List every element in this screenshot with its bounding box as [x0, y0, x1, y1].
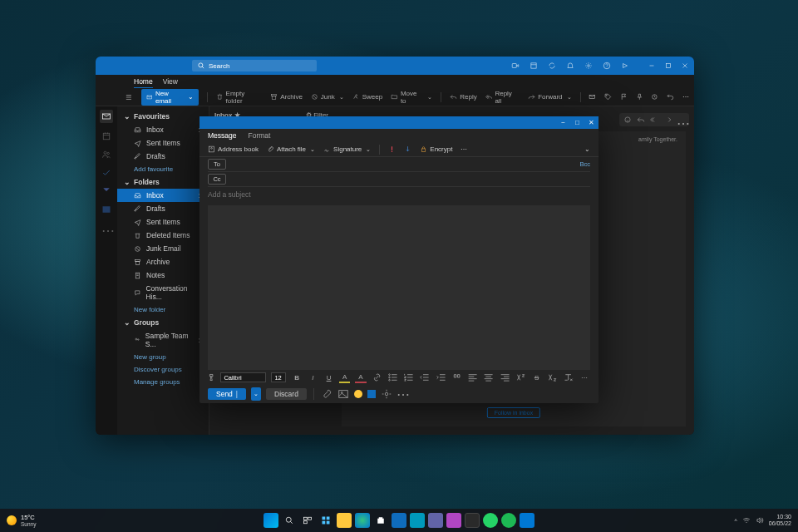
pin-icon[interactable] [636, 93, 643, 101]
move-to-button[interactable]: Move to [391, 90, 432, 105]
undo-icon[interactable] [667, 93, 674, 101]
highlight-button[interactable]: A [339, 372, 350, 383]
to-button[interactable]: To [208, 159, 226, 170]
smiley-icon[interactable] [623, 116, 632, 124]
reply-all-button[interactable]: Reply all [485, 90, 520, 105]
folder-junk[interactable]: Junk Email [117, 242, 209, 255]
folders-section[interactable]: ⌄Folders [117, 175, 209, 189]
settings-icon[interactable] [584, 62, 593, 70]
wifi-icon[interactable] [742, 516, 751, 525]
tab-view[interactable]: View [163, 76, 178, 87]
picture-icon[interactable] [337, 388, 349, 400]
hamburger-icon[interactable] [125, 93, 133, 101]
numbering-icon[interactable] [403, 372, 414, 383]
folder-inbox[interactable]: Inbox1 [117, 189, 209, 202]
clear-format-icon[interactable] [563, 372, 574, 383]
tag-icon[interactable] [604, 93, 612, 101]
align-center-icon[interactable] [483, 372, 494, 383]
font-color-button[interactable]: A [355, 372, 366, 383]
explorer-icon[interactable] [337, 513, 352, 528]
search-box[interactable]: Search [192, 60, 317, 71]
subject-input[interactable] [200, 187, 598, 202]
format-more-icon[interactable]: ⋯ [579, 372, 590, 383]
reply-button[interactable]: Reply [450, 93, 476, 101]
store-icon[interactable] [373, 513, 388, 528]
mail-taskbar-icon[interactable] [392, 513, 406, 528]
empty-folder-button[interactable]: Empty folder [216, 90, 262, 105]
app-icon-3[interactable] [520, 513, 534, 528]
whatsapp-icon[interactable] [483, 513, 498, 528]
clock[interactable]: 10:30 06/05/22 [769, 514, 791, 526]
teams-icon[interactable] [428, 513, 443, 528]
volume-icon[interactable] [756, 516, 764, 525]
snooze-icon[interactable] [651, 93, 658, 101]
send-more-icon[interactable]: ⋯ [397, 388, 409, 400]
new-group-link[interactable]: New group [117, 351, 209, 363]
underline-button[interactable]: U [323, 372, 334, 383]
close-icon[interactable] [681, 62, 689, 70]
sync-icon[interactable] [548, 62, 556, 70]
folder-conversation-history[interactable]: Conversation His... [117, 282, 209, 303]
add-favourite-link[interactable]: Add favourite [117, 163, 209, 175]
folder-notes[interactable]: Notes [117, 268, 209, 282]
folder-deleted[interactable]: Deleted Items [117, 229, 209, 242]
bcc-link[interactable]: Bcc [579, 160, 590, 168]
forward-icon[interactable] [663, 116, 672, 124]
indent-icon[interactable] [436, 372, 446, 383]
reply-all-icon[interactable] [650, 116, 658, 124]
to-input[interactable] [233, 160, 573, 168]
rail-check-icon[interactable] [101, 168, 111, 178]
rail-people-icon[interactable] [101, 150, 111, 160]
send-options-button[interactable]: ⌄ [251, 387, 261, 401]
encrypt-button[interactable]: Encrypt [420, 145, 452, 153]
compose-minimize-icon[interactable]: − [559, 119, 567, 126]
snap-button[interactable] [367, 390, 376, 398]
weather-widget[interactable]: 15°C Sunny [7, 514, 36, 527]
emoji-button[interactable] [354, 390, 362, 398]
tray-chevron-icon[interactable]: ^ [734, 518, 736, 524]
groups-section[interactable]: ⌄Groups [117, 316, 209, 329]
new-folder-link[interactable]: New folder [117, 303, 209, 316]
favourites-section[interactable]: ⌄Favourites [117, 110, 209, 123]
format-painter-icon[interactable] [208, 373, 215, 382]
folder-drafts[interactable]: Drafts [117, 202, 209, 215]
archive-button[interactable]: Archive [270, 93, 303, 101]
send-button[interactable]: Send| [208, 388, 246, 400]
widgets-icon[interactable] [318, 513, 333, 528]
reply-icon[interactable] [637, 116, 645, 124]
importance-low-icon[interactable] [404, 145, 411, 153]
superscript-icon[interactable] [515, 372, 526, 383]
quote-icon[interactable] [451, 372, 462, 383]
manage-groups-link[interactable]: Manage groups [117, 376, 209, 388]
compose-more-icon[interactable]: ⋯ [461, 145, 467, 153]
rail-mail-icon[interactable] [100, 110, 113, 123]
fav-inbox[interactable]: Inbox1 [117, 123, 209, 136]
cc-button[interactable]: Cc [208, 174, 226, 185]
rail-yammer-icon[interactable] [101, 186, 111, 196]
compose-body[interactable] [208, 205, 590, 370]
spotify-icon[interactable] [501, 513, 516, 528]
signature-button[interactable]: Signature [323, 145, 371, 153]
flag-icon[interactable] [620, 93, 628, 101]
read-icon[interactable] [589, 93, 596, 101]
day-icon[interactable] [530, 62, 538, 70]
font-size-input[interactable] [271, 372, 286, 382]
attach-file-button[interactable]: Attach file [267, 145, 315, 153]
help-icon[interactable] [603, 62, 611, 70]
align-left-icon[interactable] [467, 372, 478, 383]
rail-word-icon[interactable] [101, 204, 111, 214]
folder-archive[interactable]: Archive [117, 255, 209, 268]
photos-icon[interactable] [410, 513, 425, 528]
new-email-button[interactable]: New email ⌄ [141, 89, 199, 106]
meet-icon[interactable] [511, 62, 520, 70]
outdent-icon[interactable] [419, 372, 430, 383]
sweep-button[interactable]: Sweep [352, 93, 382, 101]
strikethrough-button[interactable]: S [531, 372, 542, 383]
italic-button[interactable]: I [308, 372, 318, 383]
bold-button[interactable]: B [291, 372, 302, 383]
whatsnew-icon[interactable] [621, 62, 629, 70]
more-icon[interactable]: ⋯ [677, 116, 685, 124]
bullets-icon[interactable] [387, 372, 398, 383]
app-icon-1[interactable] [446, 513, 461, 528]
task-view-icon[interactable] [300, 513, 315, 528]
